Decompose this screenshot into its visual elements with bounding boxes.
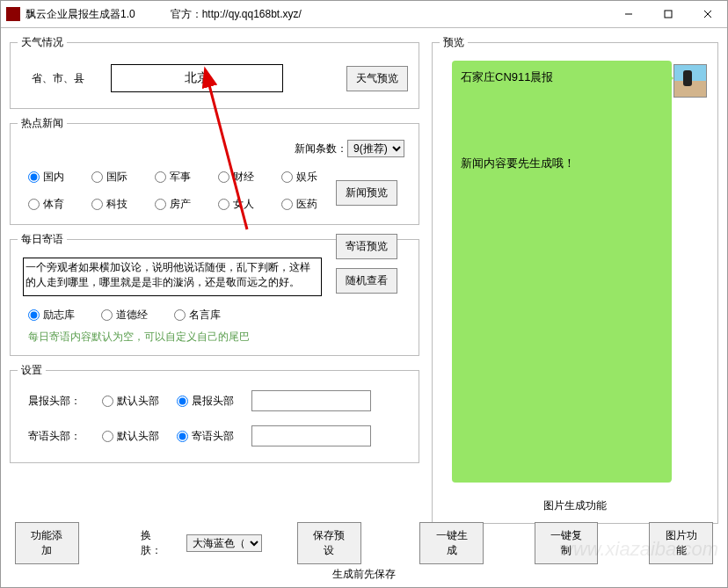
quote-legend: 每日寄语	[18, 232, 67, 247]
settings-row-label: 晨报头部：	[28, 394, 84, 409]
news-category-科技[interactable]: 科技	[91, 197, 155, 212]
save-preset-button[interactable]: 保存预设	[297, 522, 361, 564]
quote-hint: 每日寄语内容默认为空，可以自定义自己的尾巴	[18, 323, 411, 346]
settings-opt-默认头部[interactable]: 默认头部	[102, 394, 159, 409]
weather-group: 天气情况 省、市、县 天气预览	[10, 35, 419, 109]
settings-row-0: 晨报头部：默认头部晨报头部	[18, 383, 411, 418]
news-category-军事[interactable]: 军事	[155, 170, 218, 185]
news-category-财经[interactable]: 财经	[218, 170, 281, 185]
quote-group: 每日寄语 一个旁观者如果横加议论，说明他说话随便，乱下判断，这样的人走到哪里，哪…	[10, 232, 419, 356]
settings-group: 设置 晨报头部：默认头部晨报头部寄语头部：默认头部寄语头部	[10, 363, 419, 463]
bubble-title: 石家庄CN911晨报	[461, 69, 663, 85]
footer-text: 生成前先保存	[1, 567, 727, 582]
news-count-select[interactable]: 9(推荐)	[347, 140, 404, 157]
weather-legend: 天气情况	[18, 35, 67, 50]
official-url: 官方：http://qy.qq168bt.xyz/	[171, 7, 302, 22]
add-function-button[interactable]: 功能添加	[15, 522, 79, 564]
quote-lib-励志库[interactable]: 励志库	[28, 308, 75, 323]
skin-label: 换肤：	[141, 528, 169, 558]
settings-row-1: 寄语头部：默认头部寄语头部	[18, 418, 411, 454]
preview-area: 石家庄CN911晨报 新闻内容要先生成哦！	[440, 55, 710, 495]
svg-rect-1	[665, 11, 672, 18]
titlebar: 飘云企业晨报生成器1.0 官方：http://qy.qq168bt.xyz/	[1, 1, 727, 28]
app-window: 飘云企业晨报生成器1.0 官方：http://qy.qq168bt.xyz/ 天…	[0, 0, 728, 588]
news-category-房产[interactable]: 房产	[155, 197, 218, 212]
news-legend: 热点新闻	[18, 116, 67, 131]
quote-lib-道德经[interactable]: 道德经	[101, 308, 148, 323]
settings-row-label: 寄语头部：	[28, 429, 84, 444]
app-title: 飘云企业晨报生成器1.0	[25, 7, 135, 22]
preview-caption: 图片生成功能	[440, 498, 710, 513]
one-copy-button[interactable]: 一键复制	[535, 522, 599, 564]
settings-opt-默认头部[interactable]: 默认头部	[102, 429, 159, 444]
settings-legend: 设置	[18, 363, 46, 378]
quote-random-button[interactable]: 随机查看	[336, 268, 397, 294]
settings-opt-寄语头部[interactable]: 寄语头部	[177, 429, 234, 444]
news-category-体育[interactable]: 体育	[28, 197, 91, 212]
news-category-国内[interactable]: 国内	[28, 170, 91, 185]
close-button[interactable]	[688, 2, 727, 27]
settings-custom-input-1[interactable]	[251, 425, 371, 446]
one-generate-button[interactable]: 一键生成	[419, 522, 484, 564]
preview-legend: 预览	[440, 35, 468, 50]
settings-opt-晨报头部[interactable]: 晨报头部	[177, 394, 234, 409]
weather-label: 省、市、县	[32, 71, 111, 86]
preview-group: 预览 石家庄CN911晨报 新闻内容要先生成哦！ 图片生成功能	[432, 35, 718, 524]
bubble-body: 新闻内容要先生成哦！	[461, 156, 663, 171]
quote-lib-名言库[interactable]: 名言库	[174, 308, 221, 323]
news-group: 热点新闻 新闻条数： 9(推荐) 国内国际军事财经娱乐体育科技房产女人医药 新闻…	[10, 116, 419, 225]
skin-select[interactable]: 大海蓝色（	[186, 534, 262, 552]
news-category-国际[interactable]: 国际	[91, 170, 155, 185]
chat-bubble: 石家庄CN911晨报 新闻内容要先生成哦！	[452, 61, 672, 483]
quote-lib-row: 励志库道德经名言库	[18, 308, 411, 323]
news-category-女人[interactable]: 女人	[218, 197, 281, 212]
image-function-button[interactable]: 图片功能	[649, 522, 713, 564]
avatar	[673, 64, 707, 98]
news-count-label: 新闻条数：	[295, 142, 347, 156]
maximize-button[interactable]	[648, 2, 688, 27]
app-icon	[6, 7, 20, 21]
news-preview-button[interactable]: 新闻预览	[336, 180, 397, 206]
quote-preview-button[interactable]: 寄语预览	[336, 234, 397, 259]
weather-preview-button[interactable]: 天气预览	[346, 66, 408, 91]
quote-textarea[interactable]: 一个旁观者如果横加议论，说明他说话随便，乱下判断，这样的人走到哪里，哪里就是是非…	[23, 258, 322, 296]
minimize-button[interactable]	[608, 2, 648, 27]
bottom-bar: 功能添加 换肤： 大海蓝色（ 保存预设 一键生成 一键复制 图片功能	[15, 522, 713, 564]
window-controls	[608, 2, 727, 27]
settings-custom-input-0[interactable]	[251, 390, 371, 411]
city-input[interactable]	[111, 64, 283, 92]
